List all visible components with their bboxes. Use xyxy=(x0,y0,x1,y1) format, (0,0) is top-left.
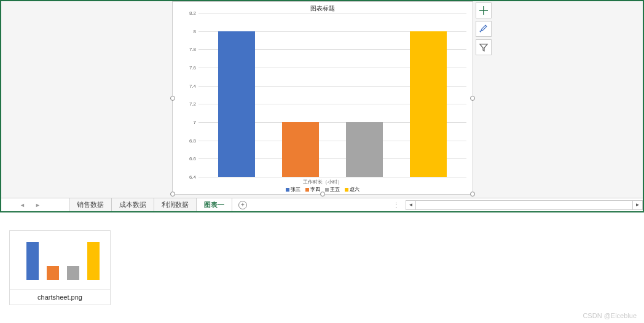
chart-quick-actions xyxy=(476,2,492,55)
chart-bar[interactable] xyxy=(282,122,319,177)
chart-sheet-area: 图表标题 6.46.66.877.27.47.67.888.2 工作时长（小时）… xyxy=(1,1,643,198)
thumbnail-preview xyxy=(10,231,110,290)
grid-line xyxy=(198,177,466,177)
y-tick-label: 7.4 xyxy=(189,83,196,88)
thumb-bar xyxy=(47,266,59,280)
scroll-left-button[interactable]: ◄ xyxy=(406,201,416,209)
legend-label: 李四 xyxy=(310,186,320,193)
y-tick-label: 7 xyxy=(194,120,196,125)
y-axis: 6.46.66.877.27.47.67.888.2 xyxy=(185,13,197,177)
brush-icon xyxy=(479,24,489,34)
horizontal-scrollbar[interactable]: ◄ ► xyxy=(406,200,643,210)
y-tick-label: 8 xyxy=(194,28,196,34)
scroll-region: ⋮ ◄ ► xyxy=(387,198,643,211)
legend-item[interactable]: 赵六 xyxy=(345,186,359,193)
file-thumbnail-area: chartsheet.png xyxy=(9,230,111,305)
y-tick-label: 7.2 xyxy=(189,101,196,107)
tab-nav-prev[interactable]: ◄ xyxy=(20,202,25,208)
legend-color-box xyxy=(325,188,329,192)
x-axis-label: 工作时长（小时） xyxy=(173,179,473,185)
add-sheet-button[interactable]: + xyxy=(232,198,253,211)
chart-bars xyxy=(198,13,466,177)
chart-bar[interactable] xyxy=(410,31,447,177)
y-tick-label: 7.6 xyxy=(189,65,196,71)
legend-color-box xyxy=(305,188,309,192)
scroll-track[interactable] xyxy=(416,201,632,209)
chart-filters-button[interactable] xyxy=(476,39,492,55)
thumbnail-filename: chartsheet.png xyxy=(10,290,110,305)
y-tick-label: 6.6 xyxy=(189,156,196,162)
selection-handle[interactable] xyxy=(320,192,325,197)
sheet-tab[interactable]: 成本数据 xyxy=(112,198,154,211)
y-tick-label: 6.8 xyxy=(189,138,196,143)
legend-item[interactable]: 李四 xyxy=(305,186,320,193)
excel-window: 图表标题 6.46.66.877.27.47.67.888.2 工作时长（小时）… xyxy=(0,0,644,212)
sheet-tab[interactable]: 利润数据 xyxy=(154,198,197,211)
chart-bar[interactable] xyxy=(218,31,255,177)
sheet-tab-bar: ◄ ► 销售数据成本数据利润数据图表一 + ⋮ ◄ ► xyxy=(1,198,643,211)
thumb-bar xyxy=(87,242,100,280)
legend-color-box xyxy=(345,188,348,192)
plot-area: 6.46.66.877.27.47.67.888.2 xyxy=(185,13,466,177)
legend-color-box xyxy=(286,188,289,192)
sheet-tab[interactable]: 图表一 xyxy=(197,198,232,211)
selection-handle[interactable] xyxy=(170,192,175,197)
chart-bar[interactable] xyxy=(346,122,383,177)
legend-label: 王五 xyxy=(330,186,340,193)
plus-icon xyxy=(479,6,489,15)
tab-nav: ◄ ► xyxy=(1,198,69,211)
chart-styles-button[interactable] xyxy=(476,21,492,37)
legend-item[interactable]: 王五 xyxy=(325,186,340,193)
filter-icon xyxy=(479,42,489,52)
legend-item[interactable]: 张三 xyxy=(286,186,300,193)
file-thumbnail[interactable]: chartsheet.png xyxy=(9,230,111,305)
chart-object[interactable]: 图表标题 6.46.66.877.27.47.67.888.2 工作时长（小时）… xyxy=(172,1,473,195)
y-tick-label: 7.8 xyxy=(189,47,196,52)
y-tick-label: 8.2 xyxy=(189,10,196,16)
plus-circle-icon: + xyxy=(238,201,247,209)
tab-splitter[interactable]: ⋮ xyxy=(387,201,406,208)
sheet-tab[interactable]: 销售数据 xyxy=(69,198,112,211)
scroll-right-button[interactable]: ► xyxy=(632,201,642,209)
sheet-tabs: 销售数据成本数据利润数据图表一 xyxy=(69,198,232,211)
chart-elements-button[interactable] xyxy=(476,2,492,18)
selection-handle[interactable] xyxy=(470,96,475,101)
legend-label: 赵六 xyxy=(350,186,359,193)
selection-handle[interactable] xyxy=(470,192,475,197)
legend-label: 张三 xyxy=(291,186,300,193)
thumb-bar xyxy=(67,266,79,280)
selection-handle[interactable] xyxy=(170,96,175,101)
watermark-text: CSDN @Eiceblue xyxy=(583,312,637,319)
tab-nav-next[interactable]: ► xyxy=(35,202,41,208)
thumb-bar xyxy=(26,242,39,280)
